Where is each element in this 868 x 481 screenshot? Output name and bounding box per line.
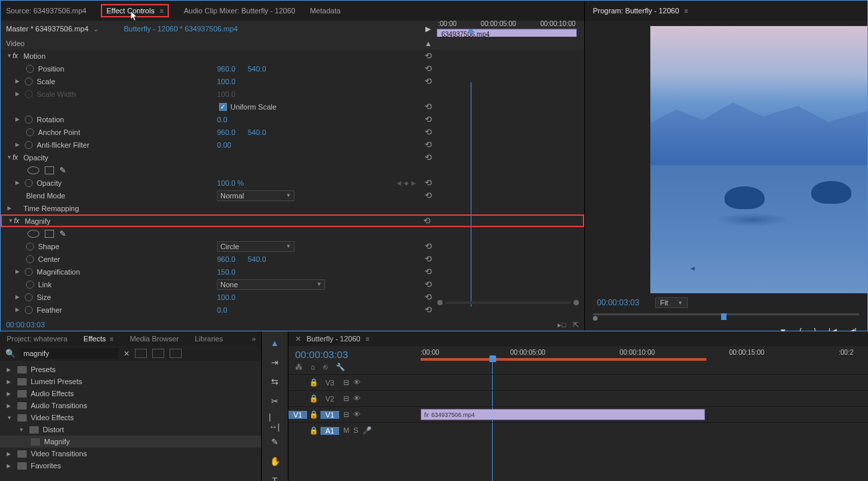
center-y[interactable]: 540.0 (248, 255, 266, 263)
uniform-scale-checkbox[interactable] (219, 103, 227, 111)
tool-selection[interactable]: ▲ (269, 338, 281, 348)
program-timecode[interactable]: 00:00:03:03 (597, 298, 639, 307)
center-x[interactable]: 960.0 (217, 255, 236, 263)
mask-pen-icon[interactable]: ✎ (59, 166, 66, 175)
tool-ripple[interactable]: ⇆ (269, 377, 281, 387)
reset-rotation[interactable]: ⟲ (425, 114, 432, 124)
lock-v3[interactable]: 🔒 (307, 378, 320, 387)
program-menu-icon[interactable]: ≡ (684, 7, 688, 15)
reset-antiflicker[interactable]: ⟲ (425, 140, 432, 150)
fx-icon-magnify[interactable]: fx (14, 217, 22, 224)
tab-audio-mixer[interactable]: Audio Clip Mixer: Butterfly - 12060 (184, 7, 295, 15)
tab-source[interactable]: Source: 634937506.mp4 (6, 7, 86, 15)
twirl-opacity-v[interactable] (14, 180, 21, 186)
tool-razor[interactable]: ✂ (269, 396, 281, 406)
stopwatch-link[interactable] (26, 281, 34, 289)
caret-down-icon[interactable]: ⌄ (93, 25, 99, 33)
anchor-y[interactable]: 540.0 (248, 128, 266, 136)
work-area-bar[interactable] (421, 358, 706, 361)
src-v1[interactable]: V1 (288, 411, 307, 419)
reset-scale[interactable]: ⟲ (425, 76, 432, 86)
eye-v3[interactable]: 👁 (353, 378, 361, 387)
tree-audio-fx[interactable]: ▶Audio Effects (0, 387, 261, 399)
size-value[interactable]: 100.0 (217, 293, 236, 301)
voice-a1[interactable]: 🎤 (363, 426, 372, 435)
reset-opacity-grp[interactable]: ⟲ (425, 152, 432, 162)
twirl-rotation[interactable] (14, 116, 21, 122)
solo-a1[interactable]: S (353, 426, 358, 435)
target-v1[interactable]: V1 (320, 411, 339, 419)
twirl-mag[interactable] (14, 269, 21, 275)
program-scrubber[interactable] (593, 313, 859, 323)
twirl-scale[interactable] (14, 78, 21, 84)
section-toggle-icon[interactable]: ▲ (425, 39, 432, 47)
sync-v2[interactable]: ⊟ (343, 394, 349, 403)
eye-v1[interactable]: 👁 (353, 410, 361, 419)
antiflicker-value[interactable]: 0.00 (217, 141, 231, 149)
tl-marker-icon[interactable]: ⌂ (310, 363, 315, 371)
reset-uniform[interactable]: ⟲ (425, 102, 432, 112)
stopwatch-mag[interactable] (25, 268, 33, 276)
fx-badge-1[interactable] (135, 349, 147, 358)
sync-v3[interactable]: ⊟ (343, 378, 349, 387)
keyframe-nav[interactable]: ◀◆▶ (397, 180, 416, 186)
mask-pen-icon-2[interactable]: ✎ (59, 229, 66, 238)
tab-effect-controls[interactable]: Effect Controls (106, 7, 154, 15)
reset-magnify[interactable]: ⟲ (423, 216, 431, 226)
zoom-fit-dropdown[interactable]: Fit▼ (655, 297, 687, 308)
timeline-timecode[interactable]: 00:00:03:03 (295, 349, 414, 360)
panel-overflow-icon[interactable]: » (252, 335, 256, 343)
reset-size[interactable]: ⟲ (425, 292, 432, 302)
program-monitor-viewport[interactable]: ◄ (650, 26, 867, 293)
scrub-knob-left[interactable] (593, 316, 598, 321)
target-v2[interactable]: V2 (320, 395, 339, 403)
timeline-clip-v1[interactable]: fx 634937506.mp4 (421, 409, 705, 420)
scale-value[interactable]: 100.0 (217, 77, 236, 86)
tab-effects[interactable]: Effects≡ (83, 335, 114, 343)
timeline-menu-icon[interactable]: ≡ (366, 335, 370, 343)
tree-favorites[interactable]: ▶Favorites (0, 460, 261, 472)
twirl-scalew[interactable] (14, 91, 21, 97)
tab-libraries[interactable]: Libraries (195, 335, 223, 343)
ec-playhead[interactable] (469, 29, 473, 33)
tl-settings-icon[interactable]: 🔧 (336, 363, 345, 371)
eye-v2[interactable]: 👁 (353, 394, 361, 403)
mask-rect-icon[interactable] (45, 166, 54, 174)
tab-metadata[interactable]: Metadata (310, 7, 341, 15)
tree-audio-tr[interactable]: ▶Audio Transitions (0, 399, 261, 412)
reset-center[interactable]: ⟲ (425, 254, 432, 264)
mute-a1[interactable]: M (343, 426, 349, 435)
mask-ellipse-icon-2[interactable] (27, 230, 39, 238)
mask-ellipse-icon[interactable] (27, 166, 39, 174)
tool-type[interactable]: T (269, 476, 281, 481)
tool-track-select[interactable]: ⇥ (269, 357, 281, 367)
reset-position[interactable]: ⟲ (425, 63, 432, 73)
fx-badge-3[interactable] (170, 349, 182, 358)
rotation-value[interactable]: 0.0 (217, 116, 227, 124)
stopwatch-opacity[interactable] (25, 179, 33, 187)
play-only-icon[interactable]: ▶ (425, 25, 431, 33)
lane-v1[interactable]: fx 634937506.mp4 (421, 406, 868, 422)
stopwatch-center[interactable] (26, 255, 34, 263)
ec-footer-icon-2[interactable]: ⇱ (573, 321, 579, 329)
close-sequence-icon[interactable]: ✕ (295, 335, 301, 343)
stopwatch-scale[interactable] (25, 77, 33, 86)
opacity-value[interactable]: 100.0 % (217, 179, 244, 187)
timeline-playhead[interactable] (489, 355, 496, 362)
clear-search-icon[interactable]: ✕ (124, 349, 130, 358)
tree-video-tr[interactable]: ▶Video Transitions (0, 448, 261, 460)
stopwatch-rotation[interactable] (25, 116, 33, 124)
stopwatch-shape[interactable] (26, 243, 34, 251)
fx-badge-2[interactable] (152, 349, 164, 358)
tree-magnify-effect[interactable]: Magnify (0, 436, 261, 448)
lock-v2[interactable]: 🔒 (307, 394, 320, 403)
twirl-antiflicker[interactable] (14, 142, 21, 148)
twirl-size[interactable] (14, 294, 21, 300)
stopwatch-size[interactable] (25, 293, 33, 301)
twirl-opacity[interactable] (6, 154, 13, 160)
lane-v3[interactable] (421, 374, 868, 390)
stopwatch-position[interactable] (26, 65, 34, 73)
shape-dropdown[interactable]: Circle▼ (217, 241, 294, 252)
tree-distort[interactable]: ▼Distort (0, 424, 261, 436)
ec-timeline-scrollbar[interactable] (437, 299, 579, 307)
